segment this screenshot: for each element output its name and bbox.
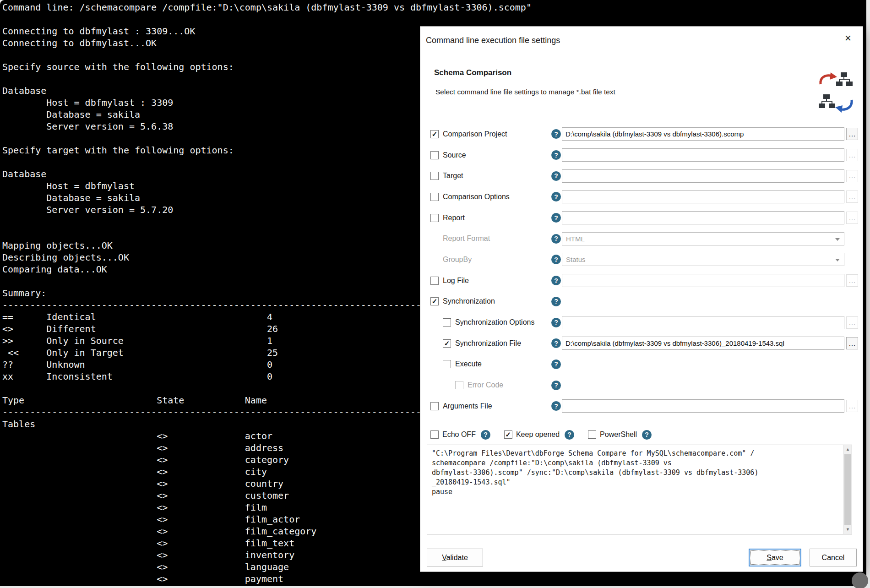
arguments-file-input[interactable] [562,399,844,413]
comparison-project-checkbox[interactable]: ✓ [430,130,439,138]
groupby-combo-value: Status [566,256,586,263]
log-file-checkbox[interactable] [430,277,439,285]
save-button[interactable]: Save [749,549,801,566]
synchronization-help-icon[interactable]: ? [551,297,561,306]
dialog-title: Command line execution file settings [426,36,560,45]
source-help-icon[interactable]: ? [551,150,561,160]
report-label: Report [443,214,465,222]
echo-off-help-icon[interactable]: ? [481,430,490,440]
execute-label: Execute [455,360,482,368]
report-browse-button[interactable]: … [846,212,858,224]
option-echo-off: Echo OFF? [430,430,490,440]
setting-row-report: Report?… [427,207,858,229]
echo-off-label: Echo OFF [442,430,476,439]
report-input[interactable] [562,211,844,224]
error-code-help-icon[interactable]: ? [551,381,561,390]
setting-row-synchronization-file: ✓Synchronization File?… [427,333,858,354]
source-checkbox[interactable] [430,151,439,159]
command-line-settings-dialog: Command line execution file settings ✕ S… [420,26,863,572]
cancel-button[interactable]: Cancel [810,549,857,566]
synchronization-options-checkbox[interactable] [443,318,451,327]
execute-checkbox[interactable] [443,360,451,368]
setting-row-groupby: GroupBy?Status [427,249,858,270]
arguments-file-help-icon[interactable]: ? [551,401,561,411]
setting-row-target: Target?… [427,165,858,186]
target-label: Target [443,172,463,180]
dropdown-arrow-icon [835,238,840,241]
synchronization-file-checkbox[interactable]: ✓ [443,339,451,348]
arguments-file-checkbox[interactable] [430,402,439,410]
source-label: Source [443,151,466,159]
report-format-label: Report Format [443,234,490,243]
comparison-options-label: Comparison Options [443,193,510,201]
dropdown-arrow-icon [835,259,840,261]
comparison-project-help-icon[interactable]: ? [551,129,561,139]
setting-row-arguments-file: Arguments File?… [427,396,858,417]
setting-row-error-code: Error Code? [427,375,858,396]
powershell-label: PowerShell [600,430,637,439]
groupby-help-icon[interactable]: ? [551,255,561,264]
comparison-options-input[interactable] [562,190,844,203]
comparison-options-browse-button[interactable]: … [846,191,858,203]
keep-opened-label: Keep opened [516,430,560,439]
comparison-options-help-icon[interactable]: ? [551,192,561,201]
synchronization-options-input[interactable] [562,316,844,329]
log-file-help-icon[interactable]: ? [551,276,561,285]
report-checkbox[interactable] [430,214,439,222]
synchronization-file-browse-button[interactable]: … [846,337,858,349]
powershell-checkbox[interactable] [588,430,596,439]
comparison-project-label: Comparison Project [443,130,507,138]
dialog-subtitle: Select command line file settings to man… [435,88,615,96]
synchronization-file-help-icon[interactable]: ? [551,338,561,348]
log-file-input[interactable] [562,274,844,287]
error-code-checkbox[interactable] [455,381,463,389]
groupby-combo[interactable]: Status [562,253,844,266]
synchronization-checkbox[interactable]: ✓ [430,297,439,305]
option-keep-opened: ✓Keep opened? [504,430,574,440]
batch-scrollbar[interactable]: ▲ ▼ [843,445,852,534]
report-help-icon[interactable]: ? [551,213,561,223]
log-file-label: Log File [443,277,469,285]
groupby-label: GroupBy [443,256,472,264]
comparison-options-checkbox[interactable] [430,193,439,201]
synchronization-file-label: Synchronization File [455,339,521,348]
report-format-combo-value: HTML [566,235,585,243]
execution-options-row: Echo OFF?✓Keep opened?PowerShell? [430,428,665,441]
setting-row-synchronization: ✓Synchronization? [427,291,858,312]
close-icon[interactable]: ✕ [842,32,854,45]
scrollbar-thumb[interactable] [844,454,851,525]
source-input[interactable] [562,148,844,162]
schema-sync-icon [817,71,855,116]
target-checkbox[interactable] [430,172,439,180]
source-browse-button[interactable]: … [846,149,858,161]
error-code-label: Error Code [468,381,503,389]
scroll-up-icon[interactable]: ▲ [843,445,852,454]
scroll-down-icon[interactable]: ▼ [843,525,852,534]
execute-help-icon[interactable]: ? [551,359,561,369]
synchronization-options-browse-button[interactable]: … [846,316,858,329]
comparison-project-input[interactable] [562,127,844,141]
setting-row-source: Source?… [427,145,858,166]
setting-row-execute: Execute? [427,354,858,375]
target-input[interactable] [562,169,844,183]
comparison-project-browse-button[interactable]: … [846,128,858,140]
schema-comparison-heading: Schema Comparison [434,68,511,77]
target-browse-button[interactable]: … [846,170,858,182]
synchronization-options-label: Synchronization Options [455,318,534,327]
validate-button[interactable]: Validate [427,549,483,566]
screen-corner-artifact [852,572,868,588]
keep-opened-help-icon[interactable]: ? [565,430,574,440]
echo-off-checkbox[interactable] [430,430,439,439]
powershell-help-icon[interactable]: ? [642,430,652,440]
target-help-icon[interactable]: ? [551,171,561,181]
batch-file-text-box[interactable]: "C:\Program Files\Devart\dbForge Schema … [427,445,852,534]
log-file-browse-button[interactable]: … [846,274,858,287]
report-format-combo[interactable]: HTML [562,232,844,245]
setting-row-synchronization-options: Synchronization Options?… [427,312,858,333]
batch-file-text[interactable]: "C:\Program Files\Devart\dbForge Schema … [432,449,838,497]
report-format-help-icon[interactable]: ? [551,234,561,244]
synchronization-file-input[interactable] [562,337,844,350]
keep-opened-checkbox[interactable]: ✓ [504,430,512,439]
arguments-file-browse-button[interactable]: … [846,400,858,412]
synchronization-options-help-icon[interactable]: ? [551,318,561,327]
